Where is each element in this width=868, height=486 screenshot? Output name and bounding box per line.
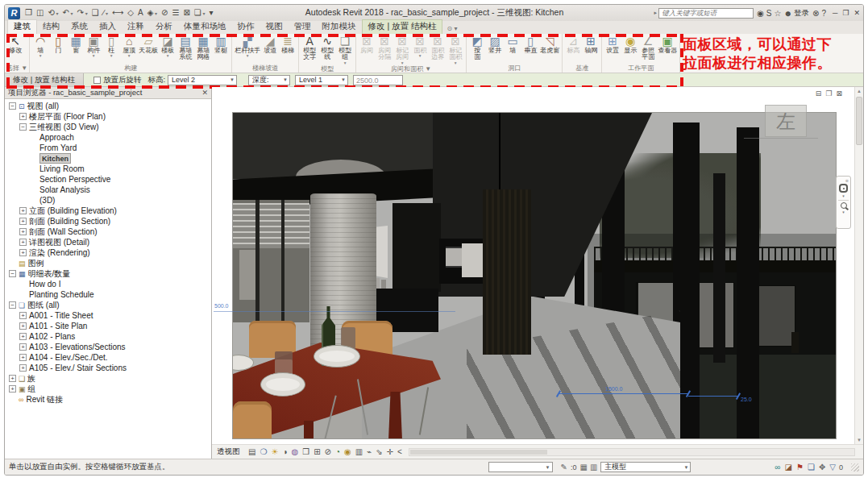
ribbon-button-垂直[interactable]: ▯垂直 [521, 35, 539, 54]
level-annotation-label[interactable]: 500.0 [214, 303, 229, 309]
unlocked-view-icon[interactable]: ⊘ [322, 447, 333, 456]
tree-item-Living Room[interactable]: Living Room [5, 164, 211, 174]
help-icon[interactable]: ? [821, 9, 826, 18]
maximize-icon[interactable]: ❐ [842, 9, 849, 17]
navigation-bar[interactable]: ⊗ ▾ ▾ [836, 176, 851, 229]
switch-windows-icon[interactable]: ❏ ▾ [193, 7, 207, 19]
project-browser-header[interactable]: 项目浏览器 - rac_basic_sample_project ✕ [5, 87, 211, 99]
dimension-value-end[interactable]: 25.0 [741, 397, 752, 402]
tree-expander-icon[interactable]: + [19, 354, 27, 361]
tree-item-Planting Schedule[interactable]: Planting Schedule [5, 289, 211, 300]
select-pinned-icon[interactable]: ⚑ [796, 463, 804, 471]
tree-expander-icon[interactable]: − [9, 270, 16, 277]
ribbon-button-墙[interactable]: ◠墙▾ [31, 35, 49, 57]
signin-label[interactable]: 登录 [794, 8, 809, 19]
ribbon-button-构件[interactable]: ▣构件▾ [85, 35, 102, 57]
tree-item-图纸 (all)[interactable]: −❏图纸 (all) [5, 300, 211, 310]
tree-item-楼层平面 (Floor Plan)[interactable]: +楼层平面 (Floor Plan) [5, 111, 211, 122]
tree-item-立面 (Building Elevation)[interactable]: +立面 (Building Elevation) [5, 206, 211, 216]
sync-icon[interactable]: ⟲ ▾ [46, 7, 60, 19]
tree-expander-icon[interactable]: − [19, 123, 27, 131]
tree-item-A102 - Plans[interactable]: +A102 - Plans [5, 331, 211, 342]
tab-注释[interactable]: 注释 [122, 20, 150, 34]
ribbon-button-房间分隔[interactable]: ⊠房间分隔 [376, 35, 393, 61]
ribbon-button-楼梯[interactable]: ≣楼梯 [279, 35, 297, 54]
ribbon-button-标记面积[interactable]: ⊠标记面积▾ [446, 35, 464, 64]
ribbon-button-竖梃[interactable]: ▥竖梃 [212, 35, 230, 54]
panel-label[interactable]: 房间和面积 ▼ [356, 64, 466, 73]
search-input[interactable] [658, 8, 754, 19]
aligned-dimension-icon[interactable]: ⟷ [110, 7, 125, 19]
steering-wheel-icon[interactable] [839, 184, 848, 193]
select-links-icon[interactable]: ∞ [775, 463, 780, 471]
ribbon-button-修改[interactable]: ↖修改 [6, 35, 24, 54]
ribbon-button-显示[interactable]: ◉显示 [621, 35, 639, 54]
structural-column-stub[interactable] [791, 332, 799, 353]
detail-level-icon[interactable]: ▤ [247, 447, 258, 456]
tree-item-Section Perspective[interactable]: Section Perspective [5, 174, 211, 185]
temp-dimension-line-2[interactable] [688, 396, 738, 397]
tree-item-图例[interactable]: ▤图例 [5, 258, 211, 268]
ribbon-button-标高[interactable]: ⊿标高 [564, 35, 582, 54]
reveal-hidden-icon[interactable]: ◉ [342, 447, 353, 456]
sun-path-icon[interactable]: ☀ [269, 447, 280, 456]
tab-附加模块[interactable]: 附加模块 [317, 20, 362, 34]
tree-item-详图视图 (Detail)[interactable]: +详图视图 (Detail) [5, 237, 211, 247]
tab-插入[interactable]: 插入 [93, 20, 122, 34]
ribbon-button-屋顶[interactable]: ⌂屋顶▾ [120, 35, 138, 57]
hide-analytical-icon[interactable]: ⌁ [365, 447, 374, 456]
ribbon-button-面积[interactable]: ⊠面积▾ [411, 35, 429, 57]
scrollbar-thumb[interactable] [856, 97, 862, 145]
viewcube[interactable]: 左 [765, 105, 807, 137]
hscrollbar-thumb[interactable] [410, 450, 547, 455]
tree-expander-icon[interactable]: + [19, 207, 27, 214]
tree-item-A101 - Site Plan[interactable]: +A101 - Site Plan [5, 321, 211, 331]
tree-expander-icon[interactable]: + [9, 375, 16, 382]
drag-on-selection-icon[interactable]: ✥ [819, 463, 825, 471]
reveal-constraints-icon[interactable]: ✛ [384, 447, 395, 456]
ribbon-button-轴网[interactable]: ⊞轴网 [582, 35, 600, 54]
tree-expander-icon[interactable]: + [19, 249, 27, 256]
horizontal-scrollbar[interactable] [409, 448, 855, 456]
tree-item-From Yard[interactable]: From Yard [5, 143, 211, 153]
chair-corner[interactable] [233, 401, 272, 439]
rotate-after-placement-checkbox[interactable] [93, 77, 101, 84]
tab-系统[interactable]: 系统 [65, 20, 93, 34]
revit-application-menu-icon[interactable]: R [8, 7, 20, 19]
ribbon-button-坡道[interactable]: ◢坡道 [261, 35, 279, 54]
tree-item-明细表/数量[interactable]: −▦明细表/数量 [5, 268, 211, 279]
ribbon-button-墙[interactable]: ▭墙 [504, 35, 521, 54]
tree-expander-icon[interactable]: + [19, 322, 27, 330]
redo-icon[interactable]: ↷ ▾ [76, 7, 89, 19]
customize-qat-icon[interactable]: ▾ [208, 7, 215, 19]
tree-expander-icon[interactable]: + [19, 228, 27, 235]
close-hidden-windows-icon[interactable]: ⊠ [181, 7, 191, 19]
highlight-displacement-icon[interactable]: ⇘ [374, 447, 384, 456]
favorites-icon[interactable]: ☆ [775, 9, 782, 18]
tag-icon[interactable]: ◇ [126, 7, 135, 19]
tree-item-(3D)[interactable]: (3D) [5, 195, 211, 206]
search-icon[interactable]: ◉ [757, 9, 764, 18]
navbar-close-icon[interactable]: ⊗ [845, 178, 849, 183]
print-icon[interactable]: ❑ [90, 7, 101, 19]
tree-expander-icon[interactable]: + [19, 239, 27, 246]
temp-view-properties-icon[interactable]: ▥ [353, 447, 364, 456]
crop-view-icon[interactable]: ❒ [301, 447, 312, 456]
depth-mode-select[interactable]: 深度:▼ [248, 75, 290, 85]
minimize-icon[interactable]: ─ [833, 9, 837, 17]
ribbon-button-竖井[interactable]: ▨竖井 [486, 35, 504, 54]
ribbon-button-老虎窗[interactable]: ◹老虎窗 [539, 35, 560, 54]
tree-expander-icon[interactable]: + [9, 385, 16, 393]
offset-input[interactable]: 2500.0 [353, 75, 403, 85]
tab-管理[interactable]: 管理 [289, 20, 317, 34]
ribbon-button-天花板[interactable]: ▱天花板 [138, 35, 159, 54]
ribbon-button-面积边界[interactable]: ⊠面积边界 [429, 35, 446, 61]
project-browser-close-icon[interactable]: ✕ [201, 89, 208, 97]
tree-item-族[interactable]: +❑族 [5, 373, 211, 384]
wheel-menu-caret-icon[interactable]: ▾ [842, 193, 845, 198]
resize-grip[interactable] [851, 463, 859, 471]
ribbon-button-模型文字[interactable]: A模型文字 [301, 35, 318, 61]
panel-label[interactable]: 选择 ▼ [5, 64, 29, 73]
account-icon[interactable]: ☻ [784, 9, 793, 18]
tab-体量和场地[interactable]: 体量和场地 [178, 20, 232, 34]
